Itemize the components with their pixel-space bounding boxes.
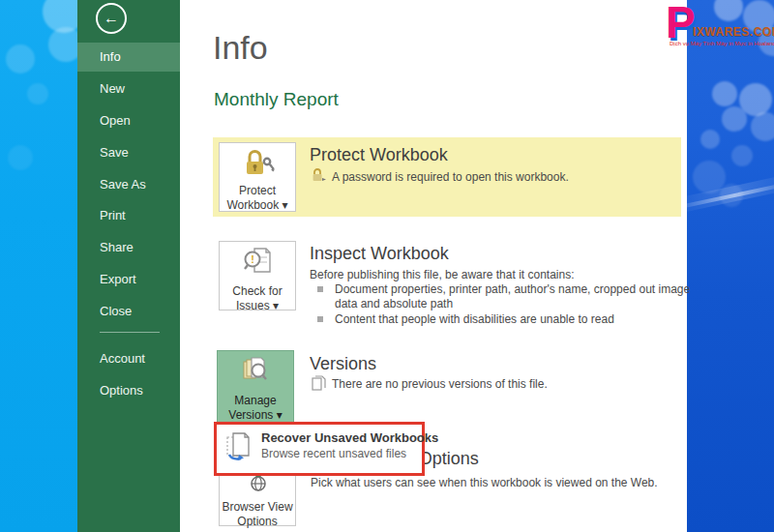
watermark-p-letter: P (666, 0, 696, 46)
bokeh-circle (27, 83, 48, 104)
sidebar-item-print[interactable]: Print (77, 201, 180, 230)
manage-versions-label-line1: Manage (218, 394, 293, 408)
document-name: Monthly Report (214, 89, 339, 110)
globe-icon (249, 473, 268, 495)
protect-workbook-heading: Protect Workbook (310, 145, 448, 165)
sidebar-divider (100, 332, 160, 333)
inspect-workbook-heading: Inspect Workbook (310, 244, 449, 264)
sidebar-item-share[interactable]: Share (77, 233, 180, 262)
bokeh-circle (731, 145, 753, 166)
sidebar-item-account[interactable]: Account (77, 344, 180, 373)
protect-workbook-button[interactable]: Protect Workbook ▾ (219, 142, 296, 212)
desktop-background-right (687, 0, 774, 532)
bokeh-circle (700, 130, 720, 149)
sidebar-item-export[interactable]: Export (77, 265, 180, 294)
bullet-icon (317, 316, 323, 322)
versions-stack-icon (242, 356, 273, 390)
info-page: Info Monthly Report Protect Workbook ▾ P… (180, 0, 687, 532)
recover-unsaved-workbooks-menu-item[interactable]: Recover Unsaved Workbooks Browse recent … (214, 422, 425, 476)
check-for-issues-label-line1: Check for (220, 284, 295, 299)
versions-heading: Versions (310, 354, 376, 374)
inspect-bullet-2: Content that people with disabilities ar… (335, 312, 702, 326)
sidebar-item-new[interactable]: New (77, 74, 180, 103)
bokeh-circle (6, 44, 35, 74)
sidebar-item-close[interactable]: Close (77, 297, 180, 326)
browser-view-options-description: Pick what users can see when this workbo… (311, 476, 658, 489)
recover-unsaved-workbooks-subtitle: Browse recent unsaved files (261, 447, 406, 460)
bokeh-circle (751, 112, 774, 141)
document-copies-icon (312, 375, 327, 395)
inspect-workbook-intro: Before publishing this file, be aware th… (310, 268, 575, 281)
backstage-sidebar: ← Info New Open Save Save As Print Share… (77, 0, 180, 532)
watermark-brand-text: IXWARES.COM (693, 25, 774, 39)
protect-button-label-line2: Workbook ▾ (220, 198, 295, 213)
recover-document-icon (225, 431, 254, 466)
page-title: Info (213, 29, 268, 67)
svg-text:!: ! (251, 253, 254, 265)
sidebar-item-save[interactable]: Save (77, 138, 180, 167)
check-for-issues-label-line2: Issues ▾ (220, 299, 295, 313)
manage-versions-button[interactable]: Manage Versions ▾ (217, 350, 294, 423)
sidebar-item-open[interactable]: Open (77, 106, 180, 135)
recover-unsaved-workbooks-title: Recover Unsaved Workbooks (261, 430, 438, 445)
bokeh-circle (8, 145, 33, 170)
browser-view-options-label-line2: Options (220, 515, 295, 529)
check-for-issues-button[interactable]: ! Check for Issues ▾ (219, 241, 296, 310)
sidebar-item-options[interactable]: Options (77, 376, 180, 405)
back-arrow-icon[interactable]: ← (96, 3, 127, 34)
versions-description: There are no previous versions of this f… (332, 377, 548, 391)
desktop-background-left (0, 0, 77, 532)
sidebar-item-save-as[interactable]: Save As (77, 170, 180, 199)
browser-view-options-label-line1: Browser View (220, 500, 295, 515)
manage-versions-label-line2: Versions ▾ (218, 408, 293, 423)
lock-key-icon (243, 149, 276, 181)
browser-view-options-button[interactable]: Browser View Options (219, 470, 296, 526)
bullet-icon (317, 286, 323, 292)
inspect-bullet-1: Document properties, printer path, autho… (335, 282, 695, 311)
bokeh-circle (712, 81, 737, 106)
bokeh-circle (722, 106, 747, 132)
sidebar-item-info[interactable]: Info (77, 43, 180, 72)
protect-workbook-description: A password is required to open this work… (332, 170, 569, 184)
inspect-document-icon: ! (243, 246, 274, 280)
protect-button-label-line1: Protect (220, 184, 295, 198)
small-lock-icon (312, 168, 327, 186)
watermark-tagline: Dịch vụ Máy Tính Máy in Mực in Hoaland, … (670, 41, 774, 46)
watermark-logo: P IXWARES.COM Dịch vụ Máy Tính Máy in Mự… (664, 2, 774, 52)
